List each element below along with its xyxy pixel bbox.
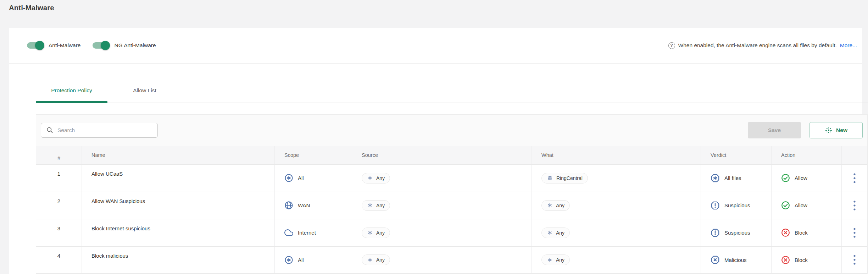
search-box[interactable]: [41, 123, 158, 138]
chip-label: RingCentral: [556, 175, 583, 181]
anti-malware-toggle[interactable]: Anti-Malware: [27, 42, 80, 49]
scope-cell: Internet: [275, 219, 352, 246]
switch-knob: [101, 41, 110, 50]
row-menu-button[interactable]: [842, 192, 867, 219]
chip-label: Any: [376, 203, 385, 208]
policy-table-block: Save New # Name Scope Source What Verdic…: [36, 114, 868, 274]
table-row[interactable]: 3 Block Internet suspicious Internet Any…: [36, 219, 867, 246]
verdict-label: Suspicious: [724, 230, 750, 236]
tab-label: Protection Policy: [51, 87, 92, 94]
chip-label: Any: [556, 257, 564, 263]
action-cell: Block: [772, 247, 842, 273]
verdict-label: Suspicious: [724, 202, 750, 208]
switch-knob: [35, 41, 44, 50]
column-header-action: Action: [772, 146, 842, 164]
column-header-number: #: [36, 146, 82, 164]
action-cell: Allow: [772, 192, 842, 219]
save-button[interactable]: Save: [748, 122, 801, 138]
anti-malware-switch[interactable]: [27, 42, 43, 49]
table-toolbar: Save New: [36, 115, 867, 146]
octagon-x-icon: [711, 255, 720, 264]
table-row[interactable]: 1 Allow UCaaS All Any RingCentral: [36, 164, 867, 192]
chip-label: Any: [376, 230, 385, 236]
sparkle-icon: [825, 126, 833, 134]
source-cell: Any: [352, 192, 532, 219]
asterisk-icon: [547, 230, 553, 236]
octagon-exclamation-icon: [711, 201, 720, 210]
asterisk-icon: [547, 257, 553, 263]
source-chip[interactable]: Any: [362, 228, 390, 238]
column-header-what: What: [532, 146, 701, 164]
what-chip[interactable]: Any: [541, 200, 570, 211]
source-cell: Any: [352, 165, 532, 192]
action-label: Block: [795, 230, 808, 236]
tab-bar: Protection Policy Allow List: [36, 64, 868, 103]
new-button[interactable]: New: [809, 122, 863, 138]
search-input[interactable]: [57, 127, 152, 133]
table-header-row: # Name Scope Source What Verdict Action: [36, 146, 867, 164]
circle-asterisk-icon: [284, 256, 293, 264]
page-title: Anti-Malware: [9, 4, 868, 12]
row-menu-button[interactable]: [842, 219, 867, 246]
asterisk-icon: [367, 257, 373, 263]
tab-label: Allow List: [133, 87, 156, 94]
column-header-verdict: Verdict: [701, 146, 772, 164]
source-cell: Any: [352, 219, 532, 246]
verdict-label: Malicious: [724, 257, 747, 263]
table-row[interactable]: 2 Allow WAN Suspicious WAN Any Any: [36, 192, 867, 219]
kebab-icon: [853, 172, 856, 184]
globe-icon: [284, 201, 293, 210]
scope-label: WAN: [298, 202, 310, 208]
column-header-scope: Scope: [275, 146, 352, 164]
scope-cell: All: [275, 247, 352, 273]
scope-cell: All: [275, 165, 352, 192]
ng-anti-malware-toggle[interactable]: NG Anti-Malware: [93, 42, 156, 49]
toolbar-actions: Save New: [748, 122, 863, 138]
column-header-menu: [842, 146, 867, 164]
kebab-icon: [853, 227, 856, 239]
help-icon: ?: [668, 42, 675, 49]
action-cell: Allow: [772, 165, 842, 192]
row-menu-button[interactable]: [842, 247, 867, 273]
asterisk-icon: [367, 175, 373, 181]
action-cell: Block: [772, 219, 842, 246]
what-cell: RingCentral: [532, 165, 701, 192]
column-header-source: Source: [352, 146, 532, 164]
asterisk-icon: [367, 202, 373, 208]
what-cell: Any: [532, 247, 701, 273]
table-row[interactable]: 4 Block malicious All Any Any: [36, 246, 867, 274]
scope-label: All: [298, 257, 304, 263]
row-menu-button[interactable]: [842, 165, 867, 192]
circle-asterisk-icon: [284, 174, 293, 182]
what-chip[interactable]: Any: [541, 228, 570, 238]
tab-allow-list[interactable]: Allow List: [107, 78, 182, 103]
kebab-icon: [853, 200, 856, 211]
source-chip[interactable]: Any: [362, 173, 390, 183]
action-label: Allow: [795, 175, 807, 181]
engine-toggles: Anti-Malware NG Anti-Malware: [27, 42, 156, 49]
x-circle-icon: [781, 228, 790, 237]
engine-toggle-row: Anti-Malware NG Anti-Malware ? When enab…: [9, 28, 862, 64]
what-chip[interactable]: RingCentral: [541, 173, 588, 183]
tab-protection-policy[interactable]: Protection Policy: [36, 78, 107, 103]
rule-name: Allow UCaaS: [82, 165, 275, 192]
action-label: Allow: [795, 202, 807, 208]
what-chip[interactable]: Any: [541, 254, 570, 265]
chip-label: Any: [556, 203, 564, 208]
scope-label: All: [298, 175, 304, 181]
column-header-name: Name: [82, 146, 275, 164]
source-chip[interactable]: Any: [362, 200, 390, 211]
source-chip[interactable]: Any: [362, 254, 390, 265]
cube-icon: [547, 175, 553, 181]
anti-malware-toggle-label: Anti-Malware: [49, 42, 80, 49]
source-cell: Any: [352, 247, 532, 273]
save-button-label: Save: [768, 127, 781, 133]
rule-name: Allow WAN Suspicious: [82, 192, 275, 219]
ng-anti-malware-switch[interactable]: [93, 42, 109, 49]
more-link[interactable]: More...: [840, 42, 857, 49]
cloud-icon: [284, 228, 293, 237]
scope-cell: WAN: [275, 192, 352, 219]
chip-label: Any: [376, 257, 385, 263]
what-cell: Any: [532, 192, 701, 219]
rule-name: Block malicious: [82, 247, 275, 273]
